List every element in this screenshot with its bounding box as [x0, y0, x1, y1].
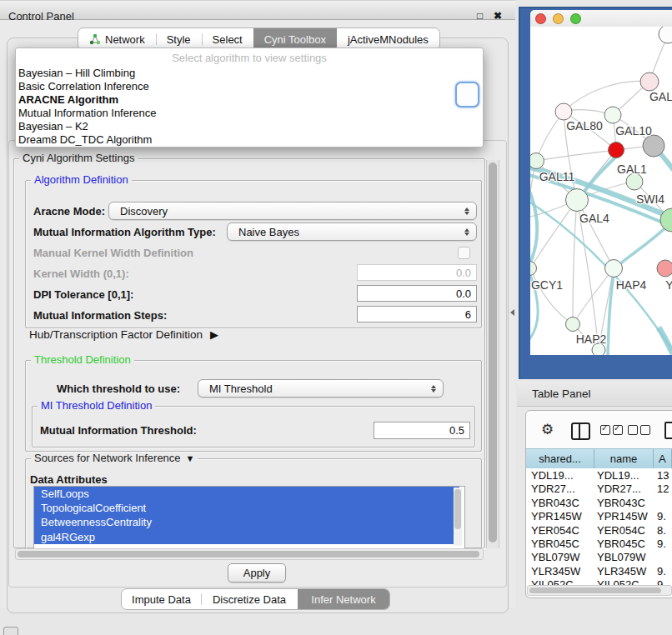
table-row[interactable]: YPR145WYPR145W9. [526, 509, 672, 522]
table-cell: YBL079W [531, 551, 580, 563]
panel-divider-handle[interactable] [510, 309, 514, 316]
table-cell: YBR045C [531, 538, 579, 550]
table-horizontal-scrollbar[interactable] [527, 585, 672, 596]
float-window-icon[interactable]: □ [477, 10, 483, 22]
scrollbar-thumb[interactable] [529, 588, 661, 593]
network-node[interactable] [657, 260, 672, 277]
data-attribute-item[interactable]: SelfLoops [34, 487, 459, 501]
mi-steps-field[interactable]: 6 [357, 306, 477, 322]
network-edge[interactable] [573, 268, 614, 324]
tab-infer-network[interactable]: Infer Network [298, 589, 389, 609]
network-node[interactable] [555, 103, 572, 120]
table-row[interactable]: YER054CYER054C8. [526, 523, 672, 537]
table-cell: 9. [657, 538, 666, 550]
kernel-width-field[interactable]: 0.0 [357, 264, 477, 281]
expand-arrow-icon[interactable]: ▶ [210, 328, 218, 341]
sources-group-title[interactable]: Sources for Network Inference▼ [31, 452, 198, 464]
table-row[interactable]: YBR043CYBR043C [526, 496, 672, 509]
network-node[interactable] [530, 262, 537, 276]
network-node-label: GCY1 [531, 278, 563, 292]
tab-discretize-data[interactable]: Discretize Data [201, 589, 298, 609]
network-node[interactable] [605, 260, 623, 278]
collapse-arrow-icon[interactable]: ▼ [186, 452, 195, 464]
network-window-titlebar[interactable] [530, 10, 672, 28]
mi-algorithm-type-value: Naive Bayes [228, 226, 460, 238]
mi-algorithm-type-select[interactable]: Naive Bayes [227, 222, 477, 241]
deselect-all-checkboxes-icon[interactable] [628, 425, 650, 435]
scrollbar-thumb[interactable] [454, 489, 461, 529]
network-edge[interactable] [564, 81, 649, 112]
apply-button[interactable]: Apply [228, 563, 286, 582]
data-attribute-item[interactable]: TopologicalCoefficient [34, 501, 459, 515]
aracne-mode-value: Discovery [109, 205, 460, 218]
table-panel-titlebar[interactable]: Table Panel [517, 381, 672, 407]
page-icon[interactable] [664, 422, 672, 439]
which-threshold-label: Which threshold to use: [57, 382, 180, 395]
algorithm-option[interactable]: Bayesian – Hill Climbing [18, 67, 480, 80]
network-edge[interactable] [573, 200, 577, 324]
algorithm-option[interactable]: ARACNE Algorithm [18, 93, 480, 107]
table-row[interactable]: YLR345WYLR345W9. [526, 564, 672, 578]
table-cell: YDL19... [531, 469, 574, 482]
network-node[interactable] [626, 173, 643, 190]
data-attribute-item[interactable]: gal4RGexp [34, 530, 459, 544]
which-threshold-select[interactable]: MI Threshold [198, 379, 444, 398]
mi-threshold-field[interactable]: 0.5 [374, 422, 470, 439]
split-columns-icon[interactable] [571, 422, 590, 440]
table-row[interactable]: YIL052CYIL052C9 [526, 578, 672, 585]
algorithm-option[interactable]: Bayesian – K2 [18, 120, 480, 133]
close-traffic-light-icon[interactable] [535, 13, 546, 24]
zoom-traffic-light-icon[interactable] [570, 13, 581, 24]
network-node[interactable] [659, 27, 672, 43]
network-node[interactable] [566, 189, 589, 212]
algorithm-option[interactable]: Basic Correlation Inference [18, 80, 480, 93]
cyni-vertical-scrollbar[interactable] [486, 160, 499, 548]
data-attribute-item[interactable]: BetweennessCentrality [34, 515, 459, 529]
network-node[interactable] [609, 142, 624, 158]
table-row[interactable]: YDL19...YDL19...13 [526, 468, 672, 482]
column-header-name[interactable]: name [594, 449, 654, 468]
attribute-list-scrollbar[interactable] [454, 488, 462, 546]
network-node-label: GAL [649, 90, 672, 103]
dpi-tolerance-field[interactable]: 0.0 [357, 285, 477, 302]
column-header-shared-name[interactable]: shared... [526, 449, 594, 468]
table-cell: YLR345W [597, 565, 646, 578]
scrollbar-thumb[interactable] [489, 162, 497, 542]
network-node[interactable] [566, 318, 580, 332]
tab-jactivemnodules-label: jActiveMNodules [348, 33, 429, 46]
focused-combo-fragment[interactable] [455, 82, 479, 108]
control-panel-titlebar[interactable] [0, 0, 515, 20]
mi-threshold-value: 0.5 [449, 424, 464, 437]
scrollbar-thumb[interactable] [18, 551, 479, 558]
network-node-label: GAL10 [615, 124, 652, 138]
close-window-icon[interactable]: ✖ [494, 10, 502, 22]
table-panel-title: Table Panel [517, 388, 591, 400]
control-panel-title: Control Panel [8, 10, 74, 22]
select-all-checkboxes-icon[interactable] [600, 425, 623, 435]
table-cell: 9 [657, 578, 663, 585]
cyni-bottom-tabbar: Impute Data Discretize Data Infer Networ… [121, 588, 390, 610]
tab-infer-network-label: Infer Network [311, 593, 375, 606]
network-node[interactable] [530, 153, 544, 169]
algorithm-option[interactable]: Mutual Information Inference [18, 107, 480, 120]
hub-definition-section[interactable]: Hub/Transcription Factor Definition▶ [29, 328, 218, 341]
tab-impute-data[interactable]: Impute Data [122, 589, 201, 609]
network-node[interactable] [643, 135, 664, 157]
data-attributes-list[interactable]: SelfLoopsTopologicalCoefficientBetweenne… [33, 486, 465, 549]
manual-kernel-width-checkbox[interactable] [458, 247, 470, 259]
minimize-traffic-light-icon[interactable] [553, 13, 564, 24]
network-node[interactable] [640, 72, 659, 91]
table-row[interactable]: YBR045CYBR045C9. [526, 537, 672, 550]
aracne-mode-select[interactable]: Discovery [108, 202, 477, 220]
column-header-partial[interactable]: A [654, 449, 672, 468]
network-edge-highlighted[interactable] [530, 180, 537, 267]
network-canvas[interactable]: GALGAL80GAL10GAL1GAL11SWI4GAL4GCY1HAP4YH… [530, 27, 672, 355]
table-row[interactable]: YDR27...YDR27...12 [526, 482, 672, 495]
network-edge[interactable] [536, 150, 616, 161]
algorithm-option[interactable]: Dream8 DC_TDC Algorithm [18, 133, 480, 147]
table-row[interactable]: YBL079WYBL079W [526, 550, 672, 563]
collapsed-panel-button[interactable] [3, 627, 18, 635]
network-node[interactable] [604, 107, 621, 123]
gear-icon[interactable]: ⚙ [541, 422, 554, 437]
cyni-horizontal-scrollbar[interactable] [15, 548, 484, 560]
